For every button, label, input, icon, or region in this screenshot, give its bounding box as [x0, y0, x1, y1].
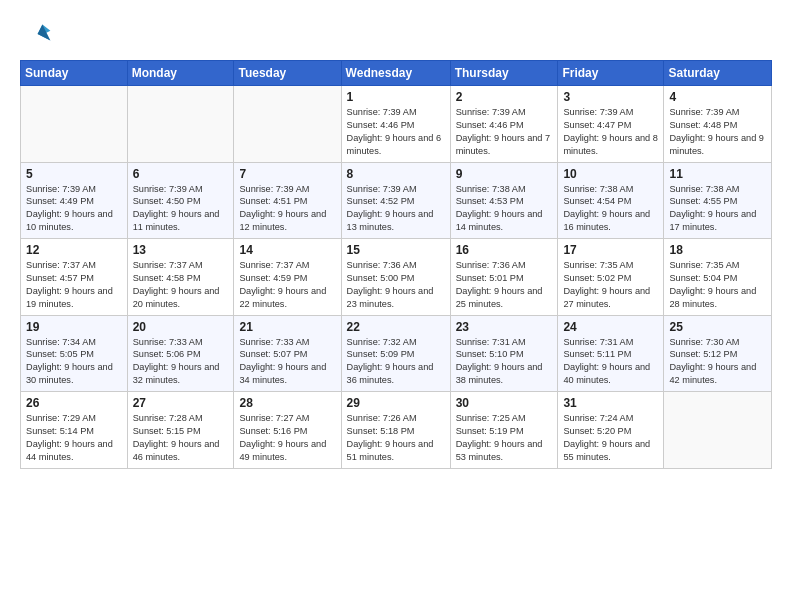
calendar-cell — [664, 392, 772, 469]
day-number: 9 — [456, 167, 553, 181]
day-number: 1 — [347, 90, 445, 104]
day-number: 26 — [26, 396, 122, 410]
day-info: Sunrise: 7:25 AM Sunset: 5:19 PM Dayligh… — [456, 412, 553, 464]
logo-icon — [20, 18, 52, 50]
day-number: 18 — [669, 243, 766, 257]
day-number: 28 — [239, 396, 335, 410]
day-number: 20 — [133, 320, 229, 334]
calendar-cell: 1Sunrise: 7:39 AM Sunset: 4:46 PM Daylig… — [341, 86, 450, 163]
day-number: 13 — [133, 243, 229, 257]
day-number: 29 — [347, 396, 445, 410]
weekday-header-saturday: Saturday — [664, 61, 772, 86]
day-number: 21 — [239, 320, 335, 334]
day-info: Sunrise: 7:39 AM Sunset: 4:46 PM Dayligh… — [347, 106, 445, 158]
day-number: 15 — [347, 243, 445, 257]
day-info: Sunrise: 7:31 AM Sunset: 5:11 PM Dayligh… — [563, 336, 658, 388]
day-info: Sunrise: 7:39 AM Sunset: 4:47 PM Dayligh… — [563, 106, 658, 158]
calendar-cell: 21Sunrise: 7:33 AM Sunset: 5:07 PM Dayli… — [234, 315, 341, 392]
logo — [20, 18, 56, 50]
week-row-5: 26Sunrise: 7:29 AM Sunset: 5:14 PM Dayli… — [21, 392, 772, 469]
calendar-cell: 19Sunrise: 7:34 AM Sunset: 5:05 PM Dayli… — [21, 315, 128, 392]
day-info: Sunrise: 7:26 AM Sunset: 5:18 PM Dayligh… — [347, 412, 445, 464]
day-info: Sunrise: 7:31 AM Sunset: 5:10 PM Dayligh… — [456, 336, 553, 388]
calendar-cell: 10Sunrise: 7:38 AM Sunset: 4:54 PM Dayli… — [558, 162, 664, 239]
weekday-header-row: SundayMondayTuesdayWednesdayThursdayFrid… — [21, 61, 772, 86]
day-info: Sunrise: 7:32 AM Sunset: 5:09 PM Dayligh… — [347, 336, 445, 388]
weekday-header-thursday: Thursday — [450, 61, 558, 86]
day-number: 27 — [133, 396, 229, 410]
day-number: 11 — [669, 167, 766, 181]
day-number: 8 — [347, 167, 445, 181]
calendar-cell: 23Sunrise: 7:31 AM Sunset: 5:10 PM Dayli… — [450, 315, 558, 392]
calendar-cell: 20Sunrise: 7:33 AM Sunset: 5:06 PM Dayli… — [127, 315, 234, 392]
calendar-cell: 22Sunrise: 7:32 AM Sunset: 5:09 PM Dayli… — [341, 315, 450, 392]
day-number: 5 — [26, 167, 122, 181]
calendar-cell: 29Sunrise: 7:26 AM Sunset: 5:18 PM Dayli… — [341, 392, 450, 469]
weekday-header-friday: Friday — [558, 61, 664, 86]
day-info: Sunrise: 7:28 AM Sunset: 5:15 PM Dayligh… — [133, 412, 229, 464]
day-number: 6 — [133, 167, 229, 181]
day-info: Sunrise: 7:39 AM Sunset: 4:49 PM Dayligh… — [26, 183, 122, 235]
day-info: Sunrise: 7:36 AM Sunset: 5:00 PM Dayligh… — [347, 259, 445, 311]
calendar-cell: 31Sunrise: 7:24 AM Sunset: 5:20 PM Dayli… — [558, 392, 664, 469]
page: SundayMondayTuesdayWednesdayThursdayFrid… — [0, 0, 792, 612]
day-number: 2 — [456, 90, 553, 104]
weekday-header-monday: Monday — [127, 61, 234, 86]
header — [20, 18, 772, 50]
day-number: 25 — [669, 320, 766, 334]
calendar-cell: 28Sunrise: 7:27 AM Sunset: 5:16 PM Dayli… — [234, 392, 341, 469]
day-info: Sunrise: 7:39 AM Sunset: 4:52 PM Dayligh… — [347, 183, 445, 235]
day-info: Sunrise: 7:37 AM Sunset: 4:57 PM Dayligh… — [26, 259, 122, 311]
day-info: Sunrise: 7:38 AM Sunset: 4:54 PM Dayligh… — [563, 183, 658, 235]
calendar-cell: 17Sunrise: 7:35 AM Sunset: 5:02 PM Dayli… — [558, 239, 664, 316]
calendar-cell: 9Sunrise: 7:38 AM Sunset: 4:53 PM Daylig… — [450, 162, 558, 239]
calendar-cell: 27Sunrise: 7:28 AM Sunset: 5:15 PM Dayli… — [127, 392, 234, 469]
calendar-cell: 26Sunrise: 7:29 AM Sunset: 5:14 PM Dayli… — [21, 392, 128, 469]
calendar-cell: 16Sunrise: 7:36 AM Sunset: 5:01 PM Dayli… — [450, 239, 558, 316]
day-info: Sunrise: 7:39 AM Sunset: 4:46 PM Dayligh… — [456, 106, 553, 158]
calendar-cell: 12Sunrise: 7:37 AM Sunset: 4:57 PM Dayli… — [21, 239, 128, 316]
calendar-cell: 24Sunrise: 7:31 AM Sunset: 5:11 PM Dayli… — [558, 315, 664, 392]
weekday-header-sunday: Sunday — [21, 61, 128, 86]
calendar-cell: 30Sunrise: 7:25 AM Sunset: 5:19 PM Dayli… — [450, 392, 558, 469]
day-info: Sunrise: 7:35 AM Sunset: 5:02 PM Dayligh… — [563, 259, 658, 311]
day-info: Sunrise: 7:34 AM Sunset: 5:05 PM Dayligh… — [26, 336, 122, 388]
calendar-cell: 6Sunrise: 7:39 AM Sunset: 4:50 PM Daylig… — [127, 162, 234, 239]
day-info: Sunrise: 7:30 AM Sunset: 5:12 PM Dayligh… — [669, 336, 766, 388]
day-info: Sunrise: 7:39 AM Sunset: 4:50 PM Dayligh… — [133, 183, 229, 235]
calendar-table: SundayMondayTuesdayWednesdayThursdayFrid… — [20, 60, 772, 469]
week-row-1: 1Sunrise: 7:39 AM Sunset: 4:46 PM Daylig… — [21, 86, 772, 163]
calendar-cell: 5Sunrise: 7:39 AM Sunset: 4:49 PM Daylig… — [21, 162, 128, 239]
calendar-cell: 13Sunrise: 7:37 AM Sunset: 4:58 PM Dayli… — [127, 239, 234, 316]
day-number: 30 — [456, 396, 553, 410]
day-info: Sunrise: 7:33 AM Sunset: 5:06 PM Dayligh… — [133, 336, 229, 388]
calendar-cell: 2Sunrise: 7:39 AM Sunset: 4:46 PM Daylig… — [450, 86, 558, 163]
day-number: 7 — [239, 167, 335, 181]
day-number: 12 — [26, 243, 122, 257]
calendar-cell: 8Sunrise: 7:39 AM Sunset: 4:52 PM Daylig… — [341, 162, 450, 239]
day-info: Sunrise: 7:38 AM Sunset: 4:53 PM Dayligh… — [456, 183, 553, 235]
week-row-2: 5Sunrise: 7:39 AM Sunset: 4:49 PM Daylig… — [21, 162, 772, 239]
day-number: 19 — [26, 320, 122, 334]
weekday-header-wednesday: Wednesday — [341, 61, 450, 86]
calendar-cell — [127, 86, 234, 163]
week-row-3: 12Sunrise: 7:37 AM Sunset: 4:57 PM Dayli… — [21, 239, 772, 316]
calendar-cell: 4Sunrise: 7:39 AM Sunset: 4:48 PM Daylig… — [664, 86, 772, 163]
day-number: 14 — [239, 243, 335, 257]
day-info: Sunrise: 7:38 AM Sunset: 4:55 PM Dayligh… — [669, 183, 766, 235]
day-number: 3 — [563, 90, 658, 104]
day-info: Sunrise: 7:39 AM Sunset: 4:48 PM Dayligh… — [669, 106, 766, 158]
day-info: Sunrise: 7:29 AM Sunset: 5:14 PM Dayligh… — [26, 412, 122, 464]
calendar-cell: 15Sunrise: 7:36 AM Sunset: 5:00 PM Dayli… — [341, 239, 450, 316]
day-info: Sunrise: 7:35 AM Sunset: 5:04 PM Dayligh… — [669, 259, 766, 311]
day-number: 4 — [669, 90, 766, 104]
calendar-cell: 3Sunrise: 7:39 AM Sunset: 4:47 PM Daylig… — [558, 86, 664, 163]
weekday-header-tuesday: Tuesday — [234, 61, 341, 86]
day-info: Sunrise: 7:24 AM Sunset: 5:20 PM Dayligh… — [563, 412, 658, 464]
day-number: 16 — [456, 243, 553, 257]
day-info: Sunrise: 7:39 AM Sunset: 4:51 PM Dayligh… — [239, 183, 335, 235]
day-info: Sunrise: 7:37 AM Sunset: 4:58 PM Dayligh… — [133, 259, 229, 311]
day-number: 31 — [563, 396, 658, 410]
calendar-cell: 11Sunrise: 7:38 AM Sunset: 4:55 PM Dayli… — [664, 162, 772, 239]
calendar-cell: 25Sunrise: 7:30 AM Sunset: 5:12 PM Dayli… — [664, 315, 772, 392]
